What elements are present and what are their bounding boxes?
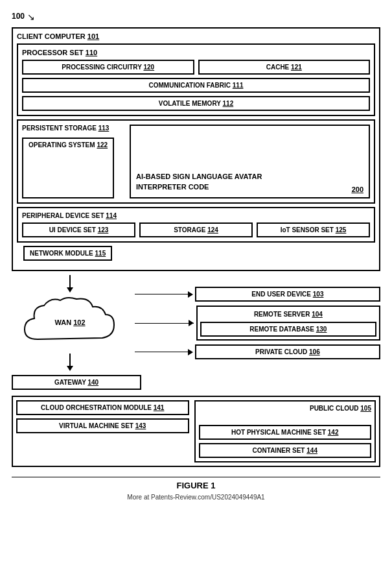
wan-right: END USER DEVICE 103 REMOTE SERVER 104 RE… (135, 287, 380, 359)
network-module-box: NETWORK MODULE 115 (23, 246, 112, 261)
persistent-storage-label: PERSISTENT STORAGE 113 (22, 125, 126, 132)
figure-ref-number: 100 (12, 12, 25, 21)
wan-section: WAN 102 END USER DEVICE 103 (12, 275, 380, 371)
ui-device-box: UI DEVICE SET 123 (22, 222, 135, 237)
remote-database-box: REMOTE DATABASE 130 (200, 322, 376, 337)
processor-set-box: PROCESSOR SET 110 PROCESSING CIRCUITRY 1… (17, 43, 375, 116)
volatile-memory-box: VOLATILE MEMORY 112 (22, 96, 370, 111)
storage-box: STORAGE 124 (139, 222, 253, 237)
container-set-box: CONTAINER SET 144 (199, 443, 372, 458)
remote-server-box: REMOTE SERVER 104 REMOTE DATABASE 130 (196, 306, 380, 341)
communication-fabric-box: COMMUNICATION FABRIC 111 (22, 78, 370, 93)
ai-code-box: AI-BASED SIGN LANGUAGE AVATARINTERPRETER… (130, 125, 370, 198)
iot-sensor-box: IoT SENSOR SET 125 (257, 222, 370, 237)
peripheral-device-box: PERIPHERAL DEVICE SET 114 UI DEVICE SET … (17, 207, 375, 243)
figure-ref-arrow: ↘ (27, 12, 35, 22)
bottom-section: GATEWAY 140 CLOUD ORCHESTRATION MODULE 1… (12, 375, 380, 467)
public-cloud-label: PUBLIC CLOUD 105 (199, 405, 372, 412)
ai-code-number: 200 (352, 186, 363, 193)
virtual-machine-box: VIRTUAL MACHINE SET 143 (16, 418, 189, 433)
peripheral-row: UI DEVICE SET 123 STORAGE 124 IoT SENSOR… (22, 222, 370, 237)
cache-box: CACHE 121 (198, 60, 371, 75)
public-cloud-section: PUBLIC CLOUD 105 HOT PHYSICAL MACHINE SE… (194, 400, 376, 462)
wan-cloud: WAN 102 (18, 294, 122, 352)
end-user-device-box: END USER DEVICE 103 (195, 287, 380, 302)
figure-label: FIGURE 1 (177, 481, 216, 490)
persistent-storage-left: PERSISTENT STORAGE 113 OPERATING SYSTEM … (22, 125, 126, 198)
figure-caption: FIGURE 1 (12, 477, 380, 490)
client-computer-box: CLIENT COMPUTER 101 PROCESSOR SET 110 PR… (12, 27, 380, 271)
gateway-box: GATEWAY 140 (12, 375, 141, 390)
ai-code-label: AI-BASED SIGN LANGUAGE AVATARINTERPRETER… (136, 172, 363, 192)
cloud-orchestration-box: CLOUD ORCHESTRATION MODULE 141 (16, 400, 189, 415)
wan-label: WAN 102 (54, 318, 85, 326)
processor-set-label: PROCESSOR SET 110 (22, 49, 370, 56)
client-computer-label: CLIENT COMPUTER 101 (17, 32, 375, 40)
footer-text: More at Patents-Review.com/US2024049449A… (12, 494, 380, 501)
peripheral-device-label: PERIPHERAL DEVICE SET 114 (22, 212, 370, 219)
private-cloud-box: PRIVATE CLOUD 106 (195, 344, 380, 359)
hot-physical-machine-box: HOT PHYSICAL MACHINE SET 142 (199, 425, 372, 440)
gateway-left-section: CLOUD ORCHESTRATION MODULE 141 VIRTUAL M… (16, 400, 189, 462)
operating-system-box: OPERATING SYSTEM 122 (22, 138, 114, 198)
wan-left: WAN 102 (12, 275, 128, 371)
proc-cache-row: PROCESSING CIRCUITRY 120 CACHE 121 (22, 60, 370, 75)
persistent-storage-box: PERSISTENT STORAGE 113 OPERATING SYSTEM … (17, 119, 375, 204)
remote-server-label: REMOTE SERVER 104 (200, 309, 376, 319)
processing-circuitry-box: PROCESSING CIRCUITRY 120 (22, 60, 194, 75)
